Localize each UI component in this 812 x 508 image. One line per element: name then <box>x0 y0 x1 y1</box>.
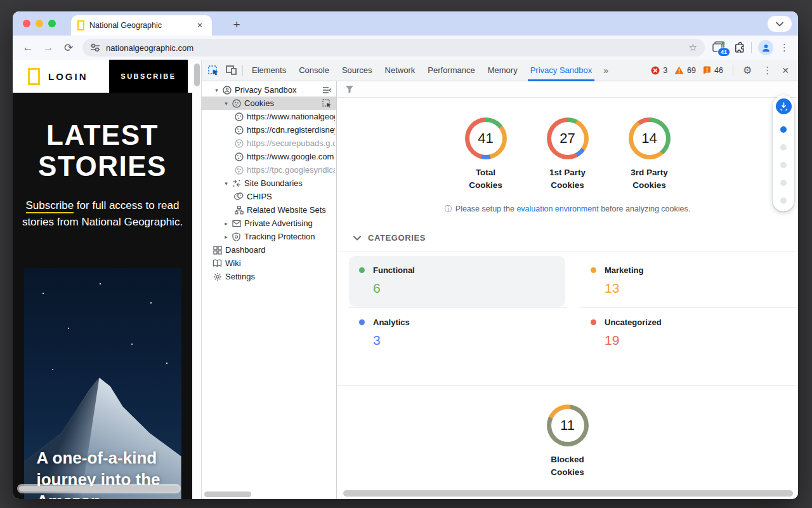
category-analytics[interactable]: Analytics 3 <box>349 308 566 359</box>
total-cookies-value: 41 <box>478 130 493 147</box>
tree-label: Related Website Sets <box>247 205 326 215</box>
tab-title: National Geographic <box>89 21 189 30</box>
url-text[interactable]: nationalgeographic.com <box>106 43 683 53</box>
browser-menu-kebab-icon[interactable]: ⋮ <box>780 42 789 53</box>
tree-item-dashboard[interactable]: Dashboard <box>202 243 336 257</box>
browser-window: National Geographic ✕ + ← → ⟳ nationalge… <box>13 11 798 499</box>
subscribe-button[interactable]: SUBSCRIBE <box>109 60 188 93</box>
subscribe-text-link[interactable]: Subscribe <box>26 199 74 213</box>
evaluation-environment-link[interactable]: evaluation environment <box>516 204 598 213</box>
issues-count[interactable]: 46 <box>714 66 723 75</box>
story-card[interactable]: A one-of-a-kind journey into the Amazon <box>24 268 181 499</box>
natgeo-logo-icon[interactable] <box>28 68 40 85</box>
pager-dot-3[interactable] <box>780 162 787 168</box>
tab-close-icon[interactable]: ✕ <box>194 20 206 31</box>
address-bar[interactable]: nationalgeographic.com ☆ <box>82 39 705 57</box>
category-uncategorized[interactable]: Uncategorized 19 <box>580 308 798 359</box>
tab-network[interactable]: Network <box>379 60 422 81</box>
tree-label: https://www.nationalgeographic.com <box>247 112 335 121</box>
sidebar-horizontal-scrollbar[interactable] <box>204 491 251 497</box>
category-label: Functional <box>373 265 415 275</box>
collapse-arrow-icon[interactable]: ▸ <box>221 234 231 240</box>
devtools-close-icon[interactable]: ✕ <box>779 65 794 76</box>
more-tabs-icon[interactable]: » <box>598 65 613 76</box>
warning-count[interactable]: 69 <box>687 66 696 75</box>
tree-label: https://cdn.registerdisney.go.com <box>247 125 335 135</box>
download-report-button[interactable] <box>776 98 792 114</box>
inspect-element-icon[interactable] <box>204 62 222 79</box>
tab-performance[interactable]: Performance <box>421 60 481 81</box>
setup-info-message: ⓘPlease setup the evaluation environment… <box>337 204 798 215</box>
expand-arrow-icon[interactable]: ▾ <box>221 180 231 187</box>
reload-icon[interactable]: ⟳ <box>60 39 77 57</box>
tree-item-url-google[interactable]: https://www.google.com <box>202 150 336 163</box>
tree-item-privacy-sandbox[interactable]: ▾ Privacy Sandbox <box>202 83 336 97</box>
cookie-donuts-row: 41 Total Cookies 27 <box>337 117 798 192</box>
category-functional[interactable]: Functional 6 <box>349 256 566 308</box>
blocked-cookies-section: 11 Blocked Cookies <box>337 385 798 479</box>
pager-dot-2[interactable] <box>780 144 787 150</box>
profile-avatar[interactable] <box>758 40 773 55</box>
expand-arrow-icon[interactable]: ▾ <box>221 100 231 107</box>
expand-arrow-icon[interactable]: ▾ <box>212 87 221 93</box>
back-icon[interactable]: ← <box>19 39 37 57</box>
site-settings-icon[interactable] <box>90 43 100 52</box>
tree-item-site-boundaries[interactable]: ▾ Site Boundaries <box>202 177 336 190</box>
tree-item-cookies[interactable]: ▾ Cookies <box>202 97 336 110</box>
panel-horizontal-scrollbar[interactable] <box>343 490 793 497</box>
tab-elements[interactable]: Elements <box>246 60 292 81</box>
close-window-button[interactable] <box>23 20 30 27</box>
pager-dot-1[interactable] <box>780 126 787 133</box>
filter-funnel-icon[interactable] <box>345 85 354 93</box>
tree-item-wiki[interactable]: Wiki <box>202 257 336 270</box>
book-icon <box>212 259 223 267</box>
error-icon[interactable] <box>651 66 660 75</box>
tree-label: Wiki <box>225 258 241 268</box>
pager-dot-4[interactable] <box>780 180 787 186</box>
page-vertical-scrollbar[interactable] <box>194 64 200 86</box>
browser-tab[interactable]: National Geographic ✕ <box>71 15 212 36</box>
chevron-down-icon <box>353 236 361 241</box>
warning-icon[interactable] <box>674 66 684 74</box>
pager-dot-5[interactable] <box>780 197 787 204</box>
bookmark-star-icon[interactable]: ☆ <box>689 42 697 53</box>
collapse-sidebar-icon[interactable] <box>322 86 335 94</box>
page-scrollbar-track <box>192 60 202 499</box>
login-link[interactable]: LOGIN <box>48 71 88 82</box>
category-marketing[interactable]: Marketing 13 <box>580 256 798 308</box>
inspect-badge-icon <box>322 99 335 108</box>
tree-item-url-cdn-registerdisney[interactable]: https://cdn.registerdisney.go.com <box>202 123 336 137</box>
tree-item-related-website-sets[interactable]: Related Website Sets <box>202 203 336 217</box>
categories-section-header[interactable]: CATEGORIES <box>337 233 798 243</box>
tab-privacy-sandbox[interactable]: Privacy Sandbox <box>524 60 599 81</box>
page-horizontal-scrollbar[interactable] <box>19 486 179 491</box>
tab-sources[interactable]: Sources <box>336 60 379 81</box>
tab-count-badge: 41 <box>717 48 730 57</box>
zoom-window-button[interactable] <box>48 20 56 27</box>
collapse-arrow-icon[interactable]: ▸ <box>221 220 231 227</box>
devtools-settings-gear-icon[interactable]: ⚙ <box>739 64 756 76</box>
tree-item-tracking-protection[interactable]: ▸ Tracking Protection <box>202 230 336 243</box>
status-divider <box>733 65 733 76</box>
tree-item-settings[interactable]: Settings <box>202 270 336 283</box>
tree-item-chips[interactable]: CHIPS <box>202 190 336 203</box>
extensions-puzzle-icon[interactable] <box>733 42 745 54</box>
error-count[interactable]: 3 <box>663 66 667 75</box>
tab-memory[interactable]: Memory <box>481 60 524 81</box>
tab-console[interactable]: Console <box>292 60 336 81</box>
panel-toolbar <box>337 81 798 98</box>
tab-counter-extension-icon[interactable]: 41 <box>712 41 726 54</box>
devtools-menu-kebab-icon[interactable]: ⋮ <box>759 65 776 76</box>
issues-icon[interactable] <box>703 66 711 74</box>
tree-item-url-nationalgeographic[interactable]: https://www.nationalgeographic.com <box>202 110 336 123</box>
tab-search-chevron-button[interactable] <box>768 16 792 32</box>
forward-icon[interactable]: → <box>39 39 57 57</box>
device-toolbar-icon[interactable] <box>222 62 240 79</box>
tree-item-private-advertising[interactable]: ▸ Private Advertising <box>202 217 336 230</box>
tree-item-url-tpc-googlesyndication[interactable]: https://tpc.googlesyndication.com <box>202 163 336 177</box>
category-value: 3 <box>373 333 556 348</box>
devtools-tabbar: Elements Console Sources Network Perform… <box>202 60 798 81</box>
new-tab-button[interactable]: + <box>228 17 245 33</box>
minimize-window-button[interactable] <box>36 20 43 27</box>
tree-item-url-securepubads[interactable]: https://securepubads.g.doubleclick.net <box>202 137 336 150</box>
